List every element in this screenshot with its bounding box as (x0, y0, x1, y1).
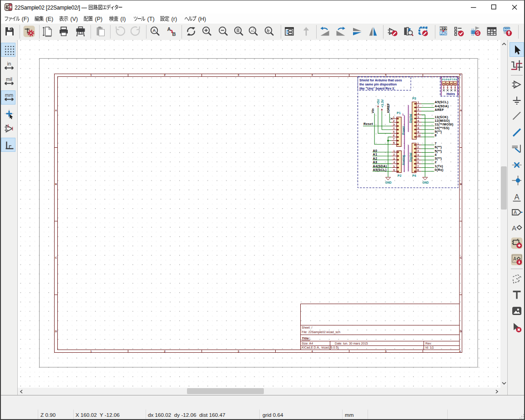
svg-text:Power: Power (402, 125, 405, 135)
svg-text:A3: A3 (373, 160, 378, 164)
svg-text:A2: A2 (373, 157, 378, 160)
svg-text:mil: mil (5, 76, 12, 82)
svg-text:File: 22Sample02.kicad_sch: File: 22Sample02.kicad_sch (302, 330, 340, 334)
svg-text:A: A (167, 26, 171, 32)
svg-text:1(Tx): 1(Tx) (435, 165, 443, 168)
svg-text:12(MISO): 12(MISO) (435, 119, 450, 123)
svg-text:11(**/MOSI): 11(**/MOSI) (435, 123, 454, 126)
svg-text:Size: A4: Size: A4 (302, 342, 313, 345)
svg-text:A: A (152, 28, 156, 33)
svg-text:Digital: Digital (409, 114, 413, 123)
svg-text:in: in (7, 61, 11, 66)
svg-text:5(**): 5(**) (435, 150, 442, 153)
svg-text:like "Uno" board Rev 3.: like "Uno" board Rev 3. (359, 87, 395, 90)
svg-text:Title:: Title: (302, 336, 310, 340)
svg-text:2: 2 (164, 350, 165, 353)
svg-text:A: A (513, 256, 516, 261)
svg-text:AREF: AREF (435, 108, 444, 111)
svg-text:8: 8 (435, 134, 437, 137)
svg-text:2: 2 (435, 160, 437, 164)
svg-text:KiCad E.D.A. kicad (6.0.5): KiCad E.D.A. kicad (6.0.5) (302, 346, 338, 350)
svg-text:B: B (55, 183, 57, 185)
svg-text:10: 10 (418, 134, 421, 137)
svg-text:A4(SDA): A4(SDA) (373, 165, 387, 168)
svg-text:A: A (512, 225, 516, 232)
svg-text:D: D (55, 330, 57, 333)
svg-text:GND: GND (422, 181, 429, 184)
svg-text:9(**): 9(**) (435, 130, 442, 134)
svg-text:B: B (172, 31, 176, 37)
svg-text:Analog: Analog (402, 155, 405, 165)
svg-text:6(**): 6(**) (435, 145, 442, 149)
svg-text:0(Rx): 0(Rx) (435, 168, 444, 172)
svg-text:P3: P3 (412, 97, 416, 100)
svg-text:3(**): 3(**) (435, 157, 442, 160)
svg-text:4: 4 (435, 153, 437, 156)
svg-text:GND: GND (385, 181, 392, 184)
svg-text:IOREF: IOREF (387, 103, 390, 113)
svg-text:A1: A1 (373, 153, 378, 156)
svg-text:+3.3V: +3.3V (381, 99, 384, 108)
svg-text:10(**/SS): 10(**/SS) (435, 126, 449, 130)
svg-text:13(SCK): 13(SCK) (435, 115, 449, 119)
svg-text:7: 7 (435, 142, 437, 145)
svg-text:A: A (514, 192, 519, 200)
svg-text:A5(SCL): A5(SCL) (435, 100, 449, 104)
svg-text:P1: P1 (397, 111, 401, 115)
svg-text:mm: mm (5, 92, 13, 98)
svg-text:Shield for Arduino that uses: Shield for Arduino that uses (359, 79, 402, 82)
svg-text:A4(SDA): A4(SDA) (435, 105, 449, 108)
svg-text:Date: lun. 30 mars 2015: Date: lun. 30 mars 2015 (335, 342, 368, 345)
svg-text:Sheet: /: Sheet: / (302, 326, 313, 329)
svg-text:2: 2 (164, 74, 165, 76)
svg-text:the same pin disposition: the same pin disposition (359, 83, 397, 86)
svg-text:A: A (513, 210, 516, 215)
svg-text:P5P6P7P8: P5P6P7P8 (442, 78, 457, 81)
svg-text:+5V: +5V (377, 99, 380, 105)
svg-text:P2: P2 (398, 174, 402, 177)
svg-text:A5(SCL): A5(SCL) (373, 168, 387, 172)
svg-text:Holes: Holes (447, 92, 455, 95)
svg-text:Digital: Digital (409, 153, 413, 162)
svg-text:Reset: Reset (363, 122, 373, 125)
svg-text:Vin: Vin (371, 108, 374, 113)
svg-text:D: D (460, 330, 462, 333)
svg-text:P4: P4 (412, 174, 416, 177)
svg-text:Id: 1/1: Id: 1/1 (425, 346, 434, 349)
svg-text:A0: A0 (373, 149, 378, 152)
svg-text:B: B (460, 183, 462, 185)
svg-text:Rev:: Rev: (425, 342, 432, 345)
